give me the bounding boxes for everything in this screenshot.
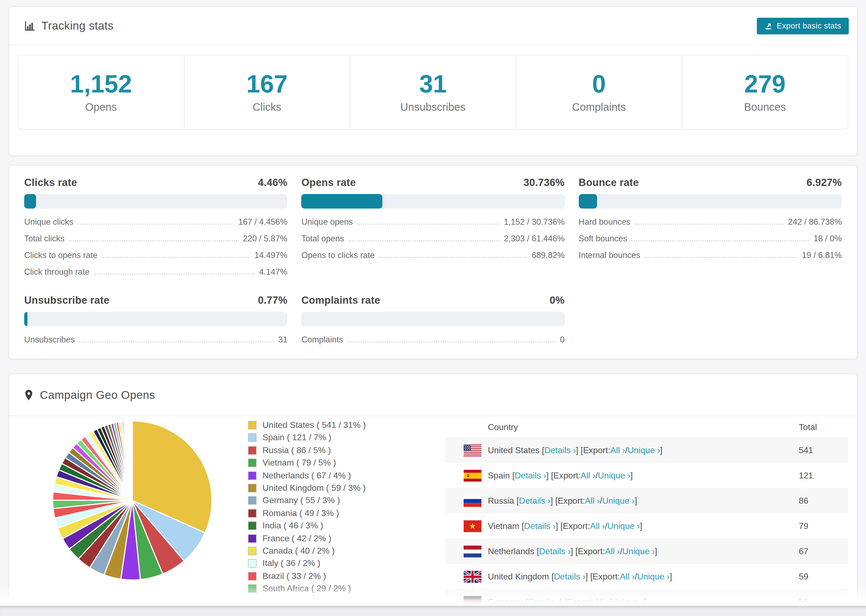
table-row-vn: Vietnam [ Details › ] [ Export: All › / … — [446, 513, 848, 539]
legend-item-brazil[interactable]: Brazil ( 33 / 2% ) — [248, 571, 366, 581]
table-row-us: United States [ Details › ] [ Export: Al… — [446, 438, 848, 463]
country-flag-icon — [464, 495, 482, 507]
legend-item-south-africa[interactable]: South Africa ( 29 / 2% ) — [248, 584, 366, 593]
geo-table-header: Country Total — [446, 417, 848, 438]
legend-label: Brazil ( 33 / 2% ) — [263, 571, 326, 581]
export-all-link[interactable]: All › — [581, 471, 595, 480]
stat-card-unsubscribes: 31 Unsubscribes — [350, 55, 516, 129]
country-total: 67 — [786, 546, 848, 556]
details-link[interactable]: Details › — [519, 496, 551, 506]
country-total: 55 — [786, 597, 848, 606]
legend-swatch — [248, 434, 257, 442]
stat-card-bounces: 279 Bounces — [682, 55, 848, 129]
rate-value: 0% — [550, 294, 565, 306]
rate-section-clicks-rate: Clicks rate 4.46% Unique clicks 167 / 4.… — [24, 176, 288, 277]
export-unique-link[interactable]: Unique › — [607, 521, 640, 531]
legend-item-vietnam[interactable]: Vietnam ( 79 / 5% ) — [248, 458, 366, 468]
viewport-bottom-strip — [0, 606, 866, 616]
country-flag-icon — [464, 444, 482, 456]
page-title: Tracking stats — [41, 19, 113, 32]
legend-label: France ( 42 / 2% ) — [263, 533, 331, 543]
legend-item-canada[interactable]: Canada ( 40 / 2% ) — [248, 546, 366, 556]
export-all-link[interactable]: All › — [590, 521, 605, 531]
rate-value: 30.736% — [523, 176, 565, 189]
detail-value: 4.147% — [259, 267, 288, 277]
campaign-geo-opens-card: Campaign Geo Opens United States ( 541 /… — [9, 374, 857, 606]
geo-body: United States ( 541 / 31% ) Spain ( 121 … — [9, 416, 857, 606]
details-link[interactable]: Details › — [544, 445, 576, 455]
details-link[interactable]: Details › — [515, 471, 546, 480]
bar-chart-icon — [24, 20, 35, 31]
legend-item-russia[interactable]: Russia ( 86 / 5% ) — [248, 446, 366, 455]
details-link[interactable]: Details › — [524, 521, 556, 531]
stat-value: 0 — [592, 71, 606, 97]
legend-item-germany[interactable]: Germany ( 55 / 3% ) — [248, 496, 366, 506]
dotted-leader — [79, 341, 274, 343]
export-unique-link[interactable]: Unique › — [611, 597, 644, 606]
dotted-leader — [379, 257, 527, 258]
detail-label: Unique opens — [301, 217, 353, 227]
legend-item-italy[interactable]: Italy ( 36 / 2% ) — [248, 559, 366, 569]
stat-card-opens: 1,152 Opens — [18, 55, 184, 129]
legend-item-united-states[interactable]: United States ( 541 / 31% ) — [248, 420, 366, 430]
dotted-leader — [645, 257, 798, 258]
progress-bar — [301, 194, 565, 209]
country-name: Germany — [488, 597, 523, 606]
pie-legend: United States ( 541 / 31% ) Spain ( 121 … — [248, 420, 366, 596]
export-unique-link[interactable]: Unique › — [637, 572, 670, 581]
legend-swatch — [248, 559, 257, 568]
rate-title: Opens rate — [301, 176, 356, 189]
dotted-leader — [635, 224, 784, 225]
export-all-link[interactable]: All › — [585, 496, 600, 506]
legend-item-spain[interactable]: Spain ( 121 / 7% ) — [248, 433, 366, 443]
rates-card: Clicks rate 4.46% Unique clicks 167 / 4.… — [9, 165, 857, 359]
country-flag-icon — [464, 596, 482, 606]
legend-item-netherlands[interactable]: Netherlands ( 67 / 4% ) — [248, 471, 366, 480]
detail-value: 1,152 / 30.736% — [504, 217, 565, 227]
legend-swatch — [248, 572, 257, 580]
legend-label: Vietnam ( 79 / 5% ) — [263, 458, 336, 468]
details-link[interactable]: Details › — [539, 546, 570, 556]
legend-item-india[interactable]: India ( 46 / 3% ) — [248, 521, 366, 531]
progress-bar-fill — [301, 194, 383, 209]
export-unique-link[interactable]: Unique › — [627, 445, 660, 455]
legend-swatch — [248, 459, 257, 467]
legend-item-united-kingdom[interactable]: United Kingdom ( 59 / 3% ) — [248, 483, 366, 493]
legend-swatch — [248, 471, 257, 480]
detail-label: Total clicks — [24, 234, 65, 244]
pie-slice-other-40[interactable] — [132, 421, 132, 500]
export-all-link[interactable]: All › — [610, 445, 625, 455]
dotted-leader — [631, 240, 809, 241]
export-all-link[interactable]: All › — [594, 597, 609, 606]
detail-label: Internal bounces — [578, 250, 640, 260]
detail-label: Click through rate — [24, 267, 90, 277]
rate-detail-row: Clicks to opens rate 14.497% — [24, 250, 288, 260]
dotted-leader — [69, 240, 239, 241]
details-link[interactable]: Details › — [554, 572, 585, 581]
export-unique-link[interactable]: Unique › — [602, 496, 635, 506]
export-all-link[interactable]: All › — [620, 572, 635, 581]
rate-detail-row: Opens to clicks rate 689.82% — [301, 250, 565, 260]
legend-label: Romania ( 49 / 3% ) — [263, 508, 339, 518]
export-basic-stats-button[interactable]: Export basic stats — [757, 17, 849, 34]
rate-title: Bounce rate — [578, 176, 639, 189]
table-row-ru: Russia [ Details › ] [ Export: All › / U… — [446, 488, 848, 513]
rate-detail-row: Unique clicks 167 / 4.456% — [24, 217, 288, 227]
export-unique-link[interactable]: Unique › — [622, 546, 655, 556]
export-unique-link[interactable]: Unique › — [598, 471, 630, 480]
rate-detail-row: Unique opens 1,152 / 30.736% — [301, 217, 565, 227]
legend-item-france[interactable]: France ( 42 / 2% ) — [248, 533, 366, 543]
legend-item-romania[interactable]: Romania ( 49 / 3% ) — [248, 508, 366, 518]
progress-bar — [24, 312, 288, 326]
legend-swatch — [248, 522, 257, 530]
column-header-country: Country — [446, 423, 786, 432]
legend-swatch — [248, 584, 257, 593]
progress-bar — [578, 194, 842, 209]
rate-value: 0.77% — [258, 294, 288, 306]
export-all-link[interactable]: All › — [605, 546, 620, 556]
export-icon — [764, 22, 772, 30]
dotted-leader — [348, 341, 556, 343]
detail-value: 31 — [278, 335, 288, 344]
stat-value: 1,152 — [70, 71, 132, 97]
details-link[interactable]: Details › — [528, 597, 559, 606]
